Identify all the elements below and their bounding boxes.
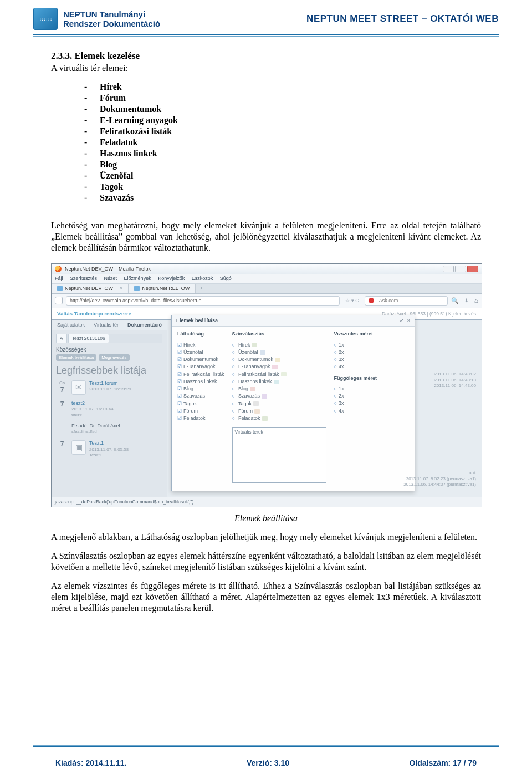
subtab[interactable]: Dokumentáció <box>127 322 162 328</box>
list-item: Blog <box>84 159 481 170</box>
tab-favicon <box>134 286 140 291</box>
hsize-radio[interactable]: 1x <box>334 342 377 349</box>
maximize-button[interactable] <box>455 266 466 272</box>
window-titlebar: Neptun.Net DEV_OW – Mozilla Firefox <box>52 264 482 274</box>
color-option[interactable]: Hasznos linkek <box>232 378 326 385</box>
color-option[interactable]: Fórum <box>232 408 326 415</box>
vis-checkbox[interactable]: Üzenőfal <box>177 349 224 356</box>
footer-rule <box>33 745 499 747</box>
naming-button[interactable]: Megnevezés <box>99 354 129 361</box>
vsize-radio[interactable]: 2x <box>334 393 377 400</box>
vsize-radio[interactable]: 3x <box>334 400 377 407</box>
vis-checkbox[interactable]: Dokumentumok <box>177 356 224 363</box>
color-option[interactable]: Blog <box>232 385 326 393</box>
vsize-radio[interactable]: 1x <box>334 385 377 393</box>
latest-list-title: Legfrissebbek listája <box>56 364 162 377</box>
page-footer: Kiadás: 2014.11.11. Verzió: 3.10 Oldalsz… <box>0 758 532 767</box>
header-left: NEPTUN Tanulmányi Rendszer Dokumentáció <box>63 9 160 29</box>
color-option[interactable]: Üzenőfal <box>232 349 326 356</box>
vis-checkbox[interactable]: Hasznos linkek <box>177 378 224 385</box>
address-field[interactable]: http://nfej/dev_ow/main.aspx?ctrl=h_data… <box>66 296 340 306</box>
vis-checkbox[interactable]: Blog <box>177 385 224 393</box>
list-item: Hírek <box>84 82 481 93</box>
firefox-icon <box>55 266 62 272</box>
color-option[interactable]: Tagok <box>232 400 326 408</box>
crumb-label: Közösségek <box>56 347 162 354</box>
menu-item[interactable]: Nézet <box>104 276 117 281</box>
section-heading: 2.3.3. Elemek kezelése <box>51 50 481 62</box>
element-list: Hírek Fórum Dokumentumok E-Learning anya… <box>51 82 481 203</box>
color-column: Színválasztás Hírek Üzenőfal Dokumentumo… <box>232 331 326 483</box>
feed-item[interactable]: Feladó: Dr. Darúl Axelsfasdfrrsdfsd <box>56 423 162 435</box>
task-icon: ▣ <box>71 440 86 455</box>
download-icon[interactable]: ⬇ <box>464 298 469 304</box>
bookmark-star-icon[interactable]: ☆ ▾ C <box>345 298 359 304</box>
footer-center: Verzió: 3.10 <box>126 758 409 767</box>
vis-checkbox[interactable]: E-Tananyagok <box>177 363 224 370</box>
feed-title: teszt2 <box>71 400 114 406</box>
new-tab-button[interactable]: + <box>196 284 207 293</box>
vt-tabs: A Teszt 20131106 <box>56 334 162 343</box>
list-item: Tagok <box>84 181 481 192</box>
subtab[interactable]: Virtuális tér <box>94 322 119 328</box>
color-option[interactable]: E-Tananyagok <box>232 363 326 370</box>
vis-checkbox[interactable]: Feladatok <box>177 415 224 422</box>
feed-title: Teszt1 fórum <box>89 380 131 386</box>
timestamp-block: nok 2013.11.07. 9:52:23 (permasztiva1) 2… <box>403 470 476 487</box>
hsize-radio[interactable]: 2x <box>334 349 377 356</box>
back-button[interactable] <box>55 297 63 304</box>
subtab[interactable]: Saját adatok <box>57 322 85 328</box>
vis-checkbox[interactable]: Tagok <box>177 400 224 408</box>
modal-close-icon[interactable]: × <box>407 318 410 324</box>
tab-close-icon[interactable]: × <box>120 286 122 292</box>
col-heading: Láthatóság <box>177 331 224 339</box>
vt-tab[interactable]: Teszt 20131106 <box>68 334 109 343</box>
list-item: Üzenőfal <box>84 170 481 181</box>
feed-item[interactable]: Cs7 ✉ Teszt1 fórum2013.11.07. 16:19:29 <box>56 380 162 395</box>
menu-item[interactable]: Fájl <box>55 276 63 281</box>
feed-item[interactable]: 7 teszt22013.11.07. 16:18:44eerre <box>56 400 162 418</box>
color-option[interactable]: Feliratkozási listák <box>232 371 326 378</box>
feed-item[interactable]: 7 ▣ Teszt12013.11.07. 9:05:58Teszt1 <box>56 440 162 457</box>
switch-system-link[interactable]: Váltás Tanulmányi rendszerre <box>57 310 131 317</box>
color-option[interactable]: Dokumentumok <box>232 356 326 363</box>
feed-title: Feladó: Dr. Darúl Axel <box>71 423 120 429</box>
window-buttons <box>443 266 478 272</box>
screenshot-caption: Elemek beállítása <box>51 513 481 524</box>
document-body: 2.3.3. Elemek kezelése A virtuális tér e… <box>0 37 532 614</box>
minimize-button[interactable] <box>443 266 454 272</box>
footer-right: Oldalszám: 17 / 79 <box>410 758 477 767</box>
elements-settings-button[interactable]: Elemek beállítása <box>56 354 96 361</box>
menu-item[interactable]: Szerkesztés <box>70 276 97 281</box>
vt-tab[interactable]: A <box>56 334 67 343</box>
vis-checkbox[interactable]: Fórum <box>177 408 224 415</box>
color-option[interactable]: Szavazás <box>232 393 326 400</box>
color-option[interactable]: Feladatok <box>232 415 326 422</box>
browser-tab[interactable]: Neptun.Net REL_OW <box>129 284 196 293</box>
modal-title: Elemek beállítása <box>176 318 218 324</box>
menu-item[interactable]: Súgó <box>220 276 232 281</box>
color-option[interactable]: Hírek <box>232 342 326 349</box>
size-columns: Vizszintes méret 1x 2x 3x 4x Függőleges … <box>334 331 377 483</box>
modal-expand-icon[interactable]: ⤢ <box>400 318 404 324</box>
list-item: Dokumentumok <box>84 104 481 115</box>
close-button[interactable] <box>467 266 478 272</box>
vis-checkbox[interactable]: Hírek <box>177 342 224 349</box>
vsize-radio[interactable]: 4x <box>334 408 377 415</box>
menu-item[interactable]: Előzmények <box>124 276 151 281</box>
search-field[interactable]: - Ask.com <box>365 296 448 306</box>
hsize-radio[interactable]: 3x <box>334 356 377 363</box>
hsize-radio[interactable]: 4x <box>334 363 377 370</box>
search-icon[interactable]: 🔍 <box>451 297 459 305</box>
window-title: Neptun.Net DEV_OW – Mozilla Firefox <box>65 266 151 272</box>
modal-titlebar: Elemek beállítása ⤢× <box>172 315 415 327</box>
list-item: Feladatok <box>84 137 481 148</box>
menu-item[interactable]: Könyvjelzők <box>158 276 185 281</box>
vis-checkbox[interactable]: Szavazás <box>177 393 224 400</box>
browser-tab[interactable]: Neptun.Net DEV_OW× <box>52 284 129 293</box>
vis-checkbox[interactable]: Feliratkozási listák <box>177 371 224 378</box>
menu-item[interactable]: Eszközök <box>192 276 213 281</box>
list-item: E-Learning anyagok <box>84 115 481 126</box>
home-icon[interactable]: ⌂ <box>474 297 478 305</box>
forum-icon: ✉ <box>71 380 86 395</box>
